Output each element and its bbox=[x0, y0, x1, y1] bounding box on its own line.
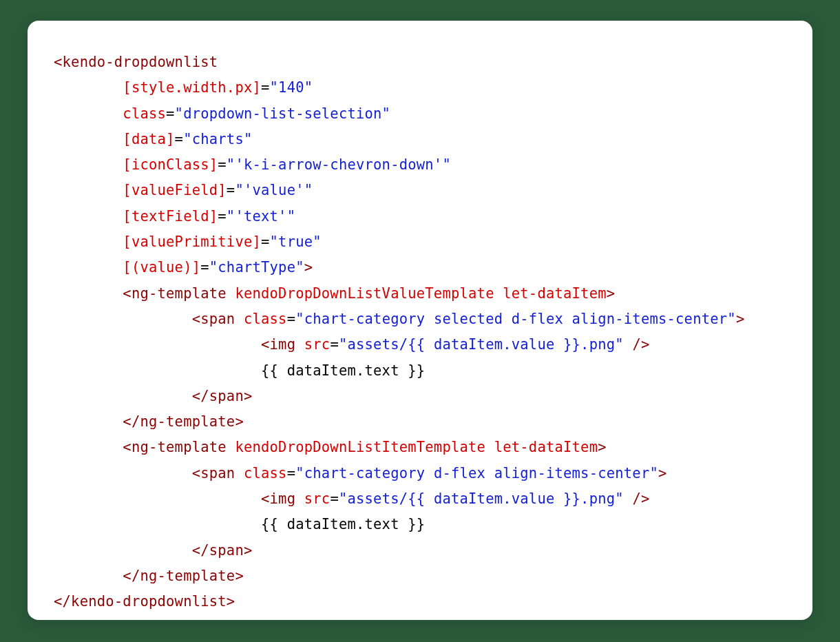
token-tag: img bbox=[270, 490, 296, 507]
token-attr: [textField] bbox=[123, 208, 218, 225]
token-attr: [data] bbox=[123, 131, 174, 147]
token-txt: = bbox=[330, 490, 339, 507]
token-attr: [style.width.px] bbox=[123, 79, 261, 96]
token-txt: = bbox=[330, 336, 339, 353]
code-line: {{ dataItem.text }} bbox=[54, 516, 425, 532]
token-punct-tag: < bbox=[54, 54, 63, 70]
token-punct-tag: </ bbox=[123, 568, 140, 584]
token-txt bbox=[235, 311, 244, 327]
token-txt bbox=[624, 336, 633, 353]
token-txt: = bbox=[287, 465, 296, 482]
token-tag: kendo-dropdownlist bbox=[63, 54, 218, 70]
code-line: <span class="chart-category selected d-f… bbox=[54, 311, 744, 327]
token-attr: class bbox=[244, 311, 287, 327]
code-line: <ng-template kendoDropDownListValueTempl… bbox=[54, 285, 615, 302]
token-tag: ng-template bbox=[140, 413, 235, 430]
token-txt: = bbox=[287, 311, 296, 327]
token-punct-tag: /> bbox=[632, 336, 649, 353]
token-val: "'k-i-arrow-chevron-down'" bbox=[227, 156, 451, 173]
token-attr: src bbox=[304, 490, 330, 507]
token-attr: class bbox=[244, 465, 287, 482]
token-val: "chart-category d-flex align-items-cente… bbox=[295, 465, 658, 482]
token-punct-tag: < bbox=[261, 336, 270, 353]
token-txt: = bbox=[200, 259, 209, 276]
code-line: </ng-template> bbox=[54, 413, 244, 430]
token-txt: = bbox=[166, 105, 175, 122]
token-punct-tag: < bbox=[123, 439, 132, 455]
token-punct-tag: > bbox=[607, 285, 616, 302]
code-line: </span> bbox=[54, 388, 253, 404]
code-line: </span> bbox=[54, 542, 253, 559]
token-txt bbox=[485, 439, 494, 455]
code-line: <img src="assets/{{ dataItem.value }}.pn… bbox=[54, 336, 649, 353]
token-punct-tag: </ bbox=[123, 413, 140, 430]
token-punct-tag: < bbox=[261, 490, 270, 507]
token-val: "'value'" bbox=[235, 182, 313, 198]
token-punct-tag: > bbox=[736, 311, 745, 327]
token-val: "'text'" bbox=[227, 208, 295, 225]
token-tag: span bbox=[209, 388, 244, 404]
token-punct-tag: > bbox=[658, 465, 667, 482]
code-line: [(value)]="chartType"> bbox=[54, 259, 313, 276]
code-snippet-card: <kendo-dropdownlist [style.width.px]="14… bbox=[28, 21, 812, 620]
code-line: [valuePrimitive]="true" bbox=[54, 234, 322, 250]
token-txt bbox=[227, 439, 235, 455]
token-punct-tag: > bbox=[235, 413, 244, 430]
token-tag: span bbox=[209, 542, 244, 559]
code-line: </ng-template> bbox=[54, 568, 244, 584]
token-val: "charts" bbox=[183, 131, 252, 147]
code-line: <span class="chart-category d-flex align… bbox=[54, 465, 667, 482]
token-tag: ng-template bbox=[132, 285, 227, 302]
token-txt: = bbox=[218, 156, 227, 173]
token-punct-tag: > bbox=[227, 593, 235, 610]
token-punct-tag: > bbox=[235, 568, 244, 584]
token-attr: [iconClass] bbox=[123, 156, 218, 173]
token-txt: = bbox=[175, 131, 184, 147]
token-txt bbox=[235, 465, 244, 482]
token-txt bbox=[295, 490, 304, 507]
token-txt: {{ dataItem.text }} bbox=[261, 362, 425, 379]
token-punct-tag: > bbox=[598, 439, 607, 455]
code-line: <ng-template kendoDropDownListItemTempla… bbox=[54, 439, 607, 455]
token-txt bbox=[624, 490, 633, 507]
token-txt: = bbox=[261, 79, 270, 96]
code-line: [style.width.px]="140" bbox=[54, 79, 313, 96]
token-txt: = bbox=[227, 182, 235, 198]
token-attr: [valuePrimitive] bbox=[123, 234, 261, 250]
token-punct-tag: > bbox=[244, 388, 253, 404]
token-attr: [(value)] bbox=[123, 259, 200, 276]
token-punct-tag: </ bbox=[54, 593, 71, 610]
token-val: "true" bbox=[270, 234, 322, 250]
token-val: "chartType" bbox=[209, 259, 304, 276]
token-txt bbox=[227, 285, 235, 302]
token-attr: let-dataItem bbox=[494, 439, 598, 455]
token-tag: kendo-dropdownlist bbox=[71, 593, 227, 610]
token-punct-tag: </ bbox=[192, 388, 209, 404]
token-tag: span bbox=[200, 311, 235, 327]
token-attr: kendoDropDownListItemTemplate bbox=[235, 439, 485, 455]
token-tag: ng-template bbox=[140, 568, 235, 584]
token-attr: src bbox=[304, 336, 330, 353]
token-punct-tag: < bbox=[192, 311, 201, 327]
code-line: <img src="assets/{{ dataItem.value }}.pn… bbox=[54, 490, 649, 507]
token-txt: = bbox=[261, 234, 270, 250]
token-txt bbox=[494, 285, 503, 302]
token-attr: [valueField] bbox=[123, 182, 227, 198]
code-line: {{ dataItem.text }} bbox=[54, 362, 425, 379]
code-line: class="dropdown-list-selection" bbox=[54, 105, 390, 122]
token-val: "assets/{{ dataItem.value }}.png" bbox=[339, 336, 624, 353]
token-attr: let-dataItem bbox=[503, 285, 607, 302]
code-line: [iconClass]="'k-i-arrow-chevron-down'" bbox=[54, 156, 451, 173]
token-txt: = bbox=[218, 208, 227, 225]
code-line: [valueField]="'value'" bbox=[54, 182, 313, 198]
code-line: [textField]="'text'" bbox=[54, 208, 295, 225]
token-val: "chart-category selected d-flex align-it… bbox=[295, 311, 736, 327]
token-punct-tag: < bbox=[123, 285, 132, 302]
token-val: "assets/{{ dataItem.value }}.png" bbox=[339, 490, 624, 507]
token-tag: img bbox=[270, 336, 296, 353]
token-punct-tag: </ bbox=[192, 542, 209, 559]
code-line: </kendo-dropdownlist> bbox=[54, 593, 235, 610]
token-txt: {{ dataItem.text }} bbox=[261, 516, 425, 532]
code-line: <kendo-dropdownlist bbox=[54, 54, 218, 70]
token-punct-tag: > bbox=[304, 259, 313, 276]
